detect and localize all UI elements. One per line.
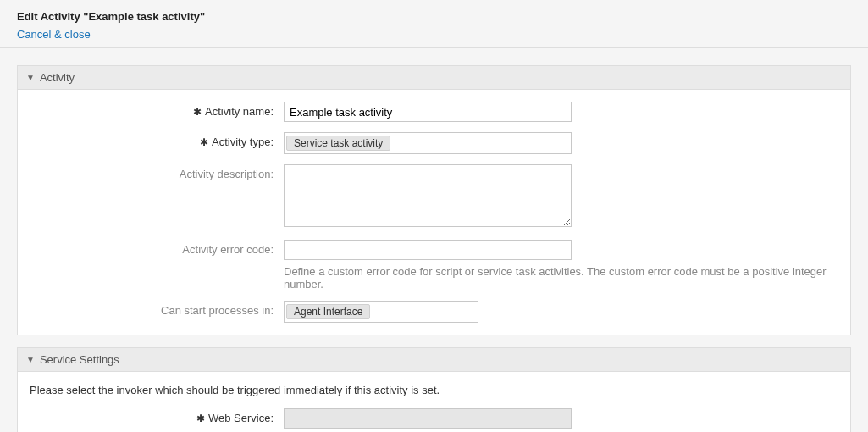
required-icon: ✱ bbox=[193, 106, 202, 118]
web-service-select[interactable] bbox=[284, 408, 572, 429]
panel-activity: ▼ Activity ✱Activity name: ✱Activity typ… bbox=[17, 65, 851, 335]
content-area: ▼ Activity ✱Activity name: ✱Activity typ… bbox=[0, 48, 868, 432]
panel-service-settings: ▼ Service Settings Please select the inv… bbox=[17, 347, 851, 432]
row-activity-name: ✱Activity name: bbox=[30, 102, 838, 122]
activity-type-chip: Service task activity bbox=[286, 136, 390, 151]
label-start-in: Can start processes in: bbox=[30, 301, 284, 317]
page-root: Edit Activity "Example task activity" Ca… bbox=[0, 0, 868, 432]
row-activity-type: ✱Activity type: Service task activity bbox=[30, 132, 838, 154]
page-title: Edit Activity "Example task activity" bbox=[17, 10, 851, 23]
page-header: Edit Activity "Example task activity" Ca… bbox=[0, 0, 868, 47]
field-activity-name bbox=[284, 102, 838, 122]
panel-activity-title: Activity bbox=[40, 71, 75, 84]
panel-service-body: Please select the invoker which should b… bbox=[18, 372, 850, 432]
row-activity-description: Activity description: bbox=[30, 164, 838, 230]
field-activity-description bbox=[284, 164, 838, 230]
start-in-chip: Agent Interface bbox=[286, 304, 370, 319]
label-web-service: ✱Web Service: bbox=[30, 408, 284, 424]
panel-service-title: Service Settings bbox=[40, 353, 119, 366]
activity-type-select[interactable]: Service task activity bbox=[284, 132, 572, 154]
panel-service-header[interactable]: ▼ Service Settings bbox=[18, 348, 850, 372]
cancel-close-link[interactable]: Cancel & close bbox=[17, 28, 851, 41]
row-web-service: ✱Web Service: bbox=[30, 408, 838, 429]
caret-down-icon: ▼ bbox=[26, 73, 35, 82]
label-activity-type: ✱Activity type: bbox=[30, 132, 284, 148]
service-intro-text: Please select the invoker which should b… bbox=[30, 384, 838, 396]
required-icon: ✱ bbox=[196, 413, 205, 424]
row-error-code: Activity error code: Define a custom err… bbox=[30, 240, 838, 291]
caret-down-icon: ▼ bbox=[26, 355, 35, 364]
field-activity-type: Service task activity bbox=[284, 132, 838, 154]
panel-activity-body: ✱Activity name: ✱Activity type: Service … bbox=[18, 90, 850, 335]
start-in-select[interactable]: Agent Interface bbox=[284, 301, 478, 323]
error-code-hint: Define a custom error code for script or… bbox=[284, 265, 838, 291]
field-web-service bbox=[284, 408, 838, 429]
label-activity-description: Activity description: bbox=[30, 164, 284, 180]
activity-description-textarea[interactable] bbox=[284, 164, 572, 227]
row-start-in: Can start processes in: Agent Interface bbox=[30, 301, 838, 323]
field-error-code: Define a custom error code for script or… bbox=[284, 240, 838, 291]
required-icon: ✱ bbox=[200, 136, 208, 148]
error-code-input[interactable] bbox=[284, 240, 572, 260]
label-activity-name: ✱Activity name: bbox=[30, 102, 284, 118]
activity-name-input[interactable] bbox=[284, 102, 572, 122]
label-error-code: Activity error code: bbox=[30, 240, 284, 256]
panel-activity-header[interactable]: ▼ Activity bbox=[18, 66, 850, 90]
field-start-in: Agent Interface bbox=[284, 301, 838, 323]
